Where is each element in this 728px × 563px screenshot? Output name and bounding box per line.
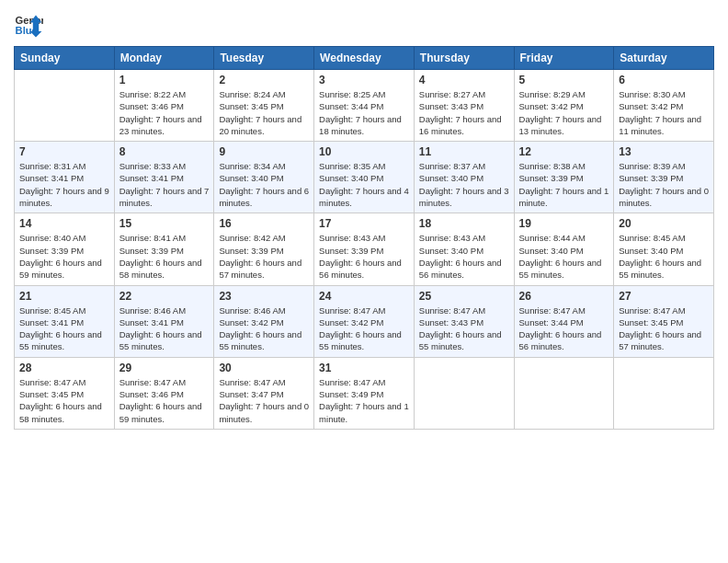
- calendar-cell: 8Sunrise: 8:33 AM Sunset: 3:41 PM Daylig…: [114, 142, 214, 213]
- day-number: 21: [19, 290, 109, 303]
- day-info: Sunrise: 8:44 AM Sunset: 3:40 PM Dayligh…: [519, 232, 609, 281]
- day-number: 18: [419, 217, 509, 230]
- day-info: Sunrise: 8:47 AM Sunset: 3:42 PM Dayligh…: [319, 304, 409, 353]
- day-info: Sunrise: 8:47 AM Sunset: 3:49 PM Dayligh…: [319, 376, 409, 425]
- calendar-cell: 5Sunrise: 8:29 AM Sunset: 3:42 PM Daylig…: [514, 70, 614, 142]
- day-number: 7: [19, 145, 109, 158]
- day-number: 10: [319, 145, 409, 158]
- day-info: Sunrise: 8:47 AM Sunset: 3:45 PM Dayligh…: [619, 304, 709, 353]
- calendar-cell: 4Sunrise: 8:27 AM Sunset: 3:43 PM Daylig…: [414, 70, 514, 142]
- day-number: 17: [319, 217, 409, 230]
- day-info: Sunrise: 8:38 AM Sunset: 3:39 PM Dayligh…: [519, 160, 609, 209]
- calendar-cell: 22Sunrise: 8:46 AM Sunset: 3:41 PM Dayli…: [114, 285, 214, 357]
- calendar-cell: 19Sunrise: 8:44 AM Sunset: 3:40 PM Dayli…: [514, 213, 614, 285]
- week-row-4: 21Sunrise: 8:45 AM Sunset: 3:41 PM Dayli…: [15, 285, 714, 357]
- day-info: Sunrise: 8:25 AM Sunset: 3:44 PM Dayligh…: [319, 88, 409, 137]
- day-number: 13: [619, 145, 709, 158]
- calendar-cell: 30Sunrise: 8:47 AM Sunset: 3:47 PM Dayli…: [214, 357, 314, 429]
- day-info: Sunrise: 8:33 AM Sunset: 3:41 PM Dayligh…: [119, 160, 210, 209]
- weekday-header-thursday: Thursday: [414, 47, 514, 70]
- day-info: Sunrise: 8:46 AM Sunset: 3:41 PM Dayligh…: [119, 304, 210, 353]
- day-number: 11: [419, 145, 509, 158]
- day-info: Sunrise: 8:47 AM Sunset: 3:43 PM Dayligh…: [419, 304, 509, 353]
- calendar-cell: 2Sunrise: 8:24 AM Sunset: 3:45 PM Daylig…: [214, 70, 314, 142]
- calendar-cell: 18Sunrise: 8:43 AM Sunset: 3:40 PM Dayli…: [414, 213, 514, 285]
- calendar-cell: 6Sunrise: 8:30 AM Sunset: 3:42 PM Daylig…: [614, 70, 714, 142]
- calendar-cell: 29Sunrise: 8:47 AM Sunset: 3:46 PM Dayli…: [114, 357, 214, 429]
- page-header: General Blue: [14, 9, 714, 39]
- day-info: Sunrise: 8:34 AM Sunset: 3:40 PM Dayligh…: [219, 160, 309, 209]
- day-number: 14: [19, 217, 109, 230]
- calendar-cell: 24Sunrise: 8:47 AM Sunset: 3:42 PM Dayli…: [314, 285, 415, 357]
- calendar-cell: 13Sunrise: 8:39 AM Sunset: 3:39 PM Dayli…: [614, 142, 714, 213]
- week-row-1: 1Sunrise: 8:22 AM Sunset: 3:46 PM Daylig…: [15, 70, 714, 142]
- weekday-header-tuesday: Tuesday: [214, 47, 314, 70]
- calendar-cell: 10Sunrise: 8:35 AM Sunset: 3:40 PM Dayli…: [314, 142, 415, 213]
- day-info: Sunrise: 8:45 AM Sunset: 3:40 PM Dayligh…: [619, 232, 709, 281]
- day-info: Sunrise: 8:40 AM Sunset: 3:39 PM Dayligh…: [19, 232, 109, 281]
- calendar-cell: [614, 357, 714, 429]
- day-number: 9: [219, 145, 309, 158]
- day-info: Sunrise: 8:37 AM Sunset: 3:40 PM Dayligh…: [419, 160, 509, 209]
- calendar-cell: 17Sunrise: 8:43 AM Sunset: 3:39 PM Dayli…: [314, 213, 415, 285]
- day-number: 16: [219, 217, 309, 230]
- day-info: Sunrise: 8:31 AM Sunset: 3:41 PM Dayligh…: [19, 160, 109, 209]
- day-number: 25: [419, 290, 509, 303]
- day-number: 6: [619, 74, 709, 86]
- calendar-cell: 14Sunrise: 8:40 AM Sunset: 3:39 PM Dayli…: [15, 213, 115, 285]
- week-row-5: 28Sunrise: 8:47 AM Sunset: 3:45 PM Dayli…: [15, 357, 714, 429]
- day-number: 15: [119, 217, 210, 230]
- day-number: 20: [619, 217, 709, 230]
- calendar-cell: 23Sunrise: 8:46 AM Sunset: 3:42 PM Dayli…: [214, 285, 314, 357]
- day-info: Sunrise: 8:27 AM Sunset: 3:43 PM Dayligh…: [419, 88, 509, 137]
- day-number: 23: [219, 290, 309, 303]
- day-number: 30: [219, 362, 309, 374]
- day-number: 5: [519, 74, 609, 86]
- calendar-cell: 1Sunrise: 8:22 AM Sunset: 3:46 PM Daylig…: [114, 70, 214, 142]
- day-number: 22: [119, 290, 210, 303]
- day-number: 27: [619, 290, 709, 303]
- day-info: Sunrise: 8:29 AM Sunset: 3:42 PM Dayligh…: [519, 88, 609, 137]
- day-info: Sunrise: 8:47 AM Sunset: 3:44 PM Dayligh…: [519, 304, 609, 353]
- logo-icon: General Blue: [14, 9, 43, 39]
- calendar-cell: [414, 357, 514, 429]
- day-info: Sunrise: 8:41 AM Sunset: 3:39 PM Dayligh…: [119, 232, 210, 281]
- calendar-cell: 9Sunrise: 8:34 AM Sunset: 3:40 PM Daylig…: [214, 142, 314, 213]
- day-number: 31: [319, 362, 409, 374]
- day-info: Sunrise: 8:47 AM Sunset: 3:46 PM Dayligh…: [119, 376, 210, 425]
- day-number: 24: [319, 290, 409, 303]
- day-info: Sunrise: 8:47 AM Sunset: 3:45 PM Dayligh…: [19, 376, 109, 425]
- day-number: 19: [519, 217, 609, 230]
- weekday-header-row: SundayMondayTuesdayWednesdayThursdayFrid…: [15, 47, 714, 70]
- weekday-header-monday: Monday: [114, 47, 214, 70]
- weekday-header-sunday: Sunday: [15, 47, 115, 70]
- day-info: Sunrise: 8:24 AM Sunset: 3:45 PM Dayligh…: [219, 88, 309, 137]
- calendar-cell: 11Sunrise: 8:37 AM Sunset: 3:40 PM Dayli…: [414, 142, 514, 213]
- day-info: Sunrise: 8:39 AM Sunset: 3:39 PM Dayligh…: [619, 160, 709, 209]
- day-number: 26: [519, 290, 609, 303]
- day-info: Sunrise: 8:45 AM Sunset: 3:41 PM Dayligh…: [19, 304, 109, 353]
- calendar-cell: 16Sunrise: 8:42 AM Sunset: 3:39 PM Dayli…: [214, 213, 314, 285]
- day-info: Sunrise: 8:35 AM Sunset: 3:40 PM Dayligh…: [319, 160, 409, 209]
- day-info: Sunrise: 8:42 AM Sunset: 3:39 PM Dayligh…: [219, 232, 309, 281]
- calendar-cell: 3Sunrise: 8:25 AM Sunset: 3:44 PM Daylig…: [314, 70, 415, 142]
- week-row-3: 14Sunrise: 8:40 AM Sunset: 3:39 PM Dayli…: [15, 213, 714, 285]
- logo: General Blue: [14, 9, 47, 39]
- day-info: Sunrise: 8:30 AM Sunset: 3:42 PM Dayligh…: [619, 88, 709, 137]
- calendar-cell: 26Sunrise: 8:47 AM Sunset: 3:44 PM Dayli…: [514, 285, 614, 357]
- day-number: 1: [119, 74, 210, 86]
- week-row-2: 7Sunrise: 8:31 AM Sunset: 3:41 PM Daylig…: [15, 142, 714, 213]
- calendar-cell: 20Sunrise: 8:45 AM Sunset: 3:40 PM Dayli…: [614, 213, 714, 285]
- calendar-cell: 28Sunrise: 8:47 AM Sunset: 3:45 PM Dayli…: [15, 357, 115, 429]
- day-info: Sunrise: 8:43 AM Sunset: 3:40 PM Dayligh…: [419, 232, 509, 281]
- calendar-cell: 15Sunrise: 8:41 AM Sunset: 3:39 PM Dayli…: [114, 213, 214, 285]
- calendar-cell: [514, 357, 614, 429]
- day-number: 12: [519, 145, 609, 158]
- calendar-cell: [15, 70, 115, 142]
- calendar-cell: 25Sunrise: 8:47 AM Sunset: 3:43 PM Dayli…: [414, 285, 514, 357]
- day-number: 28: [19, 362, 109, 374]
- day-number: 29: [119, 362, 210, 374]
- weekday-header-friday: Friday: [514, 47, 614, 70]
- day-info: Sunrise: 8:47 AM Sunset: 3:47 PM Dayligh…: [219, 376, 309, 425]
- day-info: Sunrise: 8:43 AM Sunset: 3:39 PM Dayligh…: [319, 232, 409, 281]
